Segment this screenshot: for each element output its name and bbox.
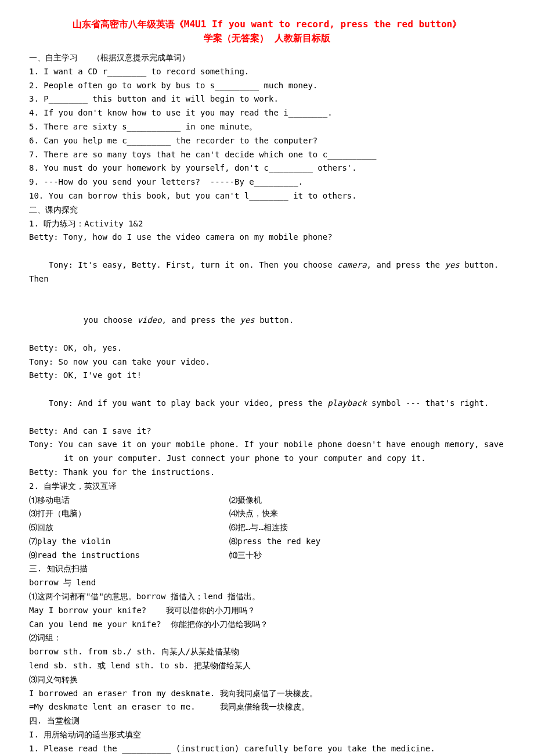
section4-header: 四. 当堂检测 <box>29 714 505 728</box>
translate-row1: ⑴移动电话 ⑵摄像机 <box>29 494 505 507</box>
dialogue-betty2: Betty: OK, oh, yes. <box>29 341 505 355</box>
tony1-part-b: , and press the <box>367 260 445 269</box>
section2-header: 二、课内探究 <box>29 203 505 217</box>
title-line2: 学案（无答案） 人教新目标版 <box>29 31 505 45</box>
translate-row5: ⑼read the instructions ⑽三十秒 <box>29 549 505 563</box>
trans-l2: ⑶打开（电脑） <box>29 507 229 521</box>
dialogue-betty1: Betty: Tony, how do I use the video came… <box>29 231 505 244</box>
trans-l1: ⑴移动电话 <box>29 494 229 507</box>
italic-yes1: yes <box>445 260 459 269</box>
translate-row3: ⑸回放 ⑹把…与…相连接 <box>29 521 505 535</box>
tony1-part-e: , and press the <box>162 315 240 325</box>
italic-yes2: yes <box>240 315 254 325</box>
sec3-p10: =My deskmate lent an eraser to me. 我同桌借给… <box>29 700 505 714</box>
sec3-p4: Can you lend me your knife? 你能把你的小刀借给我吗？ <box>29 618 505 632</box>
trans-r2: ⑷快点，快来 <box>229 507 505 521</box>
dialogue-tony2: Tony: So now you can take your video. <box>29 355 505 369</box>
sec1-q3: 3. P________ this button and it will beg… <box>29 92 505 106</box>
sec3-p1: borrow 与 lend <box>29 576 505 590</box>
tony3-part-b: symbol --- that's right. <box>367 398 489 408</box>
sec1-q8: 8. You must do your homework by yourself… <box>29 161 505 175</box>
italic-video: video <box>137 315 161 325</box>
translate-row2: ⑶打开（电脑） ⑷快点，快来 <box>29 507 505 521</box>
document-body: 一、自主学习 （根据汉意提示完成单词） 1. I want a CD r____… <box>29 51 505 756</box>
trans-r5: ⑽三十秒 <box>229 549 505 563</box>
sec3-p8: ⑶同义句转换 <box>29 673 505 687</box>
sec1-q2: 2. People often go to work by bus to s__… <box>29 79 505 93</box>
sec3-p6: borrow sth. from sb./ sth. 向某人/从某处借某物 <box>29 645 505 659</box>
sec4-sub: I. 用所给动词的适当形式填空 <box>29 728 505 742</box>
listening-practice: 1. 听力练习：Activity 1&2 <box>29 217 505 231</box>
section3-header: 三. 知识点扫描 <box>29 562 505 576</box>
sec1-q4: 4. If you don't know how to use it you m… <box>29 106 505 120</box>
tony1-part-f: button. <box>255 315 294 325</box>
tony1-part-d: you choose <box>84 315 138 325</box>
dialogue-tony4a: Tony: You can save it on your mobile pho… <box>29 438 505 452</box>
trans-r4: ⑻press the red key <box>229 535 505 549</box>
document-title: 山东省高密市八年级英语《M4U1 If you want to record, … <box>29 17 505 45</box>
sec1-q1: 1. I want a CD r________ to record somet… <box>29 65 505 79</box>
self-study-header: 2. 自学课文，英汉互译 <box>29 480 505 494</box>
sec1-q10: 10. You can borrow this book, but you ca… <box>29 189 505 203</box>
dialogue-betty5: Betty: Thank you for the instructions. <box>29 466 505 480</box>
sec3-p3: May I borrow your knife? 我可以借你的小刀用吗？ <box>29 604 505 618</box>
sec3-p9: I borrowed an eraser from my deskmate. 我… <box>29 687 505 701</box>
sec4-q1: 1. Please read the __________ (instructi… <box>29 742 505 756</box>
sec1-q7: 7. There are so many toys that he can't … <box>29 148 505 162</box>
italic-playback: playback <box>327 398 366 408</box>
tony1-part-a: Tony: It's easy, Betty. First, turn it o… <box>49 260 337 269</box>
sec1-q6: 6. Can you help me c_________ the record… <box>29 134 505 148</box>
dialogue-betty3: Betty: OK, I've got it! <box>29 369 505 383</box>
dialogue-betty4: Betty: And can I save it? <box>29 424 505 438</box>
sec1-q9: 9. ---How do you send your letters? ----… <box>29 175 505 189</box>
trans-l3: ⑸回放 <box>29 521 229 535</box>
trans-l5: ⑼read the instructions <box>29 549 229 563</box>
trans-r1: ⑵摄像机 <box>229 494 505 507</box>
sec3-p7: lend sb. sth. 或 lend sth. to sb. 把某物借给某人 <box>29 659 505 673</box>
sec3-p5: ⑵词组： <box>29 631 505 645</box>
dialogue-tony4b: it on your computer. Just connect your p… <box>29 452 505 466</box>
dialogue-tony3: Tony: And if you want to play back your … <box>29 383 505 424</box>
tony3-part-a: Tony: And if you want to play back your … <box>49 398 327 408</box>
dialogue-tony1-cont: you choose video, and press the yes butt… <box>29 300 505 341</box>
dialogue-tony1: Tony: It's easy, Betty. First, turn it o… <box>29 244 505 300</box>
sec3-p2: ⑴这两个词都有"借"的意思。borrow 指借入；lend 指借出。 <box>29 590 505 604</box>
title-line1: 山东省高密市八年级英语《M4U1 If you want to record, … <box>29 17 505 31</box>
translate-row4: ⑺play the violin ⑻press the red key <box>29 535 505 549</box>
sec1-q5: 5. There are sixty s___________ in one m… <box>29 120 505 134</box>
trans-l4: ⑺play the violin <box>29 535 229 549</box>
trans-r3: ⑹把…与…相连接 <box>229 521 505 535</box>
section1-header: 一、自主学习 （根据汉意提示完成单词） <box>29 51 505 65</box>
italic-camera: camera <box>337 260 367 269</box>
